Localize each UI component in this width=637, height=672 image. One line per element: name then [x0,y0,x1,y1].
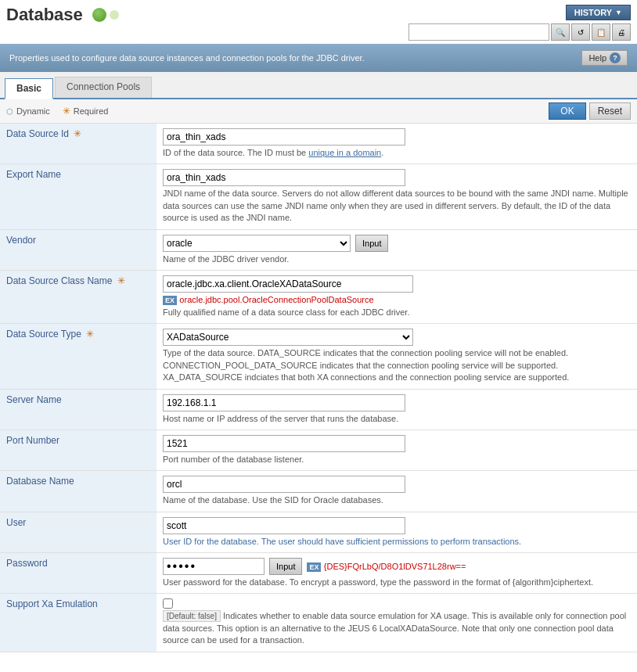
table-row: Export Name JNDI name of the data source… [0,164,637,229]
page-title: Database [6,5,83,25]
help-icon: ? [610,52,621,63]
legend-required-label: Required [74,106,109,116]
database-name-input[interactable] [163,476,405,493]
table-row: Server Name Host name or IP address of t… [0,389,637,429]
required-marker: ✳ [86,329,94,340]
hint-user-text: User ID for the database. The user shoul… [163,537,521,546]
label-data-source-id: Data Source Id ✳ [0,124,157,164]
support-xa-row [163,598,631,609]
vendor-select[interactable]: oracle [163,235,351,252]
class-name-ex: EX oracle.jdbc.pool.OracleConnectionPool… [163,294,631,305]
ok-button[interactable]: OK [549,102,585,120]
value-export-name: JNDI name of the data source. Servers do… [157,164,637,229]
search-button[interactable]: 🔍 [551,23,570,41]
hint-link: unique in a domain [308,148,381,157]
value-user: User ID for the database. The user shoul… [157,512,637,552]
help-label: Help [588,53,606,63]
hint-vendor: Name of the JDBC driver vendor. [163,253,631,265]
refresh-button[interactable]: ↺ [571,23,590,41]
label-support-xa: Support Xa Emulation [0,594,157,652]
label-datasource-type: Data Source Type ✳ [0,324,157,389]
default-badge: [Default: false] [163,610,221,622]
support-xa-checkbox[interactable] [163,598,173,609]
required-icon: ✳ [63,106,70,117]
required-marker: ✳ [74,128,81,139]
tabs-container: Basic Connection Pools [0,72,637,99]
required-marker: ✳ [117,275,125,286]
legend-dynamic: ⬡ Dynamic [6,106,50,117]
value-port-number: Port number of the database listener. [157,429,637,470]
header-left: Database [6,5,119,25]
value-data-source-id: ID of the data source. The ID must be un… [157,124,637,164]
legend-required: ✳ Required [63,106,109,117]
search-input[interactable] [408,23,549,41]
table-row: Vendor oracle Input Name of the JDBC dri… [0,229,637,270]
title-decoration [92,8,119,22]
header-right: HISTORY 🔍 ↺ 📋 🖨 [408,5,631,41]
dot-light [110,10,119,20]
hint-support-xa: [Default: false] Indicates whether to en… [163,610,631,646]
page-header: Database HISTORY 🔍 ↺ 📋 🖨 [0,0,637,44]
port-number-input[interactable] [163,435,405,452]
hint-port-number: Port number of the database listener. [163,454,631,465]
dot-green [92,8,106,22]
form-table: Data Source Id ✳ ID of the data source. … [0,124,637,652]
datasource-type-select[interactable]: XADataSource [163,329,413,346]
label-password: Password [0,553,157,594]
hint-support-xa-text: Indicates whether to enable data source … [163,611,626,645]
table-row: Data Source Id ✳ ID of the data source. … [0,124,637,164]
vendor-input-button[interactable]: Input [355,235,388,252]
label-class-name: Data Source Class Name ✳ [0,270,157,323]
hint-server-name: Host name or IP address of the server th… [163,413,631,425]
vendor-row: oracle Input [163,235,631,252]
class-name-input[interactable] [163,275,413,293]
hint-export-name: JNDI name of the data source. Servers do… [163,188,631,224]
value-class-name: EX oracle.jdbc.pool.OracleConnectionPool… [157,270,637,323]
value-server-name: Host name or IP address of the server th… [157,389,637,429]
password-ex-badge: EX {DES}FQrLbQ/D8O1lDVS71L28rw== [307,561,466,572]
tab-connection-pools[interactable]: Connection Pools [55,77,152,98]
info-bar: Properties used to configure data source… [0,44,637,72]
print-button[interactable]: 🖨 [612,23,631,41]
tab-basic[interactable]: Basic [5,78,53,99]
value-database-name: Name of the database. Use the SID for Or… [157,471,637,512]
table-row: Database Name Name of the database. Use … [0,471,637,512]
info-bar-text: Properties used to configure data source… [9,53,581,63]
ex-icon: EX [307,562,321,572]
table-row: User User ID for the database. The user … [0,512,637,552]
user-input[interactable] [163,517,405,534]
export-button[interactable]: 📋 [592,23,610,41]
label-database-name: Database Name [0,471,157,512]
value-datasource-type: XADataSource Type of the data source. DA… [157,324,637,389]
hint-database-name: Name of the database. Use the SID for Or… [163,494,631,506]
hint-data-source-id: ID of the data source. The ID must be un… [163,147,631,159]
password-row: Input EX {DES}FQrLbQ/D8O1lDVS71L28rw== [163,558,631,575]
dynamic-icon: ⬡ [6,107,13,116]
legend-row: ⬡ Dynamic ✳ Required OK Reset [0,99,637,124]
ex-icon: EX [163,296,177,305]
hint-user: User ID for the database. The user shoul… [163,536,631,548]
legend-left: ⬡ Dynamic ✳ Required [6,106,108,117]
toolbar: 🔍 ↺ 📋 🖨 [408,23,631,41]
table-row: Data Source Class Name ✳ EX oracle.jdbc.… [0,270,637,323]
label-user: User [0,512,157,552]
hint-password: User password for the database. To encry… [163,577,631,588]
history-button[interactable]: HISTORY [566,5,631,20]
password-ex-text: {DES}FQrLbQ/D8O1lDVS71L28rw== [324,562,466,571]
reset-button[interactable]: Reset [589,102,631,120]
label-export-name: Export Name [0,164,157,229]
help-button[interactable]: Help ? [581,50,628,66]
action-buttons: OK Reset [549,102,631,120]
table-row: Support Xa Emulation [Default: false] In… [0,594,637,652]
table-row: Data Source Type ✳ XADataSource Type of … [0,324,637,389]
value-vendor: oracle Input Name of the JDBC driver ven… [157,229,637,270]
label-port-number: Port Number [0,429,157,470]
server-name-input[interactable] [163,394,405,411]
value-password: Input EX {DES}FQrLbQ/D8O1lDVS71L28rw== U… [157,553,637,594]
data-source-id-input[interactable] [163,128,405,146]
export-name-input[interactable] [163,169,405,186]
password-input-button[interactable]: Input [269,558,302,575]
legend-dynamic-label: Dynamic [16,106,50,116]
password-input[interactable] [163,558,265,575]
label-vendor: Vendor [0,229,157,270]
